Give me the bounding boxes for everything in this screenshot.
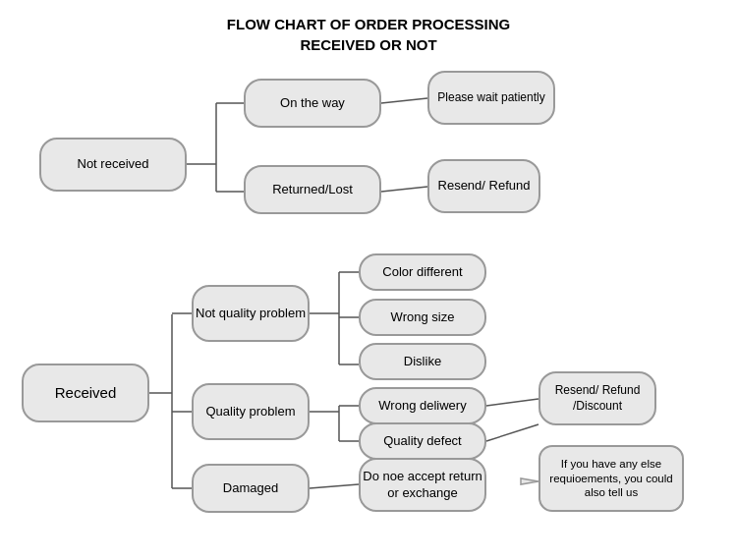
node-do-not-accept: Do noe accept return or exchange <box>359 458 486 512</box>
node-wrong-size: Wrong size <box>359 299 486 336</box>
svg-line-22 <box>486 424 539 441</box>
node-wrong-delivery: Wrong deliwery <box>359 387 486 424</box>
node-damaged: Damaged <box>192 464 310 513</box>
node-please-wait: Please wait patiently <box>427 71 555 125</box>
node-on-the-way: On the way <box>244 79 381 128</box>
node-quality-problem: Quality problem <box>192 383 310 440</box>
svg-marker-23 <box>521 478 539 484</box>
node-resend-refund-discount: Resend/ Refund /Discount <box>539 371 656 425</box>
node-color-different: Color different <box>359 253 486 291</box>
chart-title: FLOW CHART OF ORDER PROCESSING RECEIVED … <box>0 0 737 55</box>
svg-line-4 <box>381 98 427 103</box>
node-not-quality: Not quality problem <box>192 285 310 342</box>
node-received: Received <box>22 364 149 422</box>
svg-line-5 <box>381 187 427 192</box>
svg-line-21 <box>486 399 539 406</box>
node-dislike: Dislike <box>359 343 486 380</box>
node-returned-lost: Returned/Lost <box>244 165 381 214</box>
svg-line-20 <box>310 484 359 488</box>
node-if-you-have: If you have any else requioements, you c… <box>539 445 684 512</box>
node-not-received: Not received <box>39 138 187 192</box>
node-resend-refund-top: Resend/ Refund <box>427 159 540 213</box>
node-quality-defect: Quality defect <box>359 422 486 460</box>
